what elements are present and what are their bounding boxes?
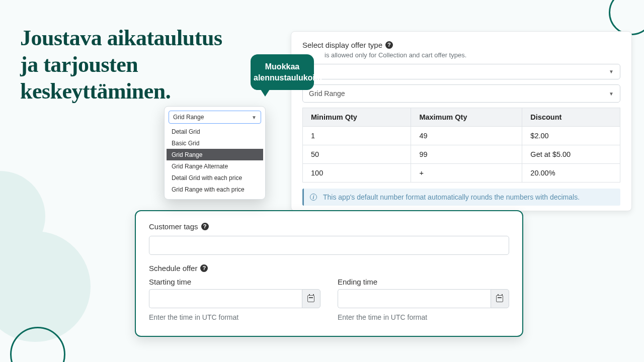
- ending-time-calendar-button[interactable]: [491, 289, 509, 308]
- chevron-down-icon: ▼: [252, 115, 257, 120]
- table-row: 50 99 Get at $5.00: [303, 145, 620, 164]
- schedule-times-row: Starting time Enter the time in UTC form…: [149, 278, 509, 321]
- alert-text: This app's default number format automat…: [323, 193, 580, 201]
- offer-type-select-2[interactable]: Grid Range ▼: [302, 84, 620, 103]
- starting-time-label: Starting time: [149, 278, 320, 286]
- page-headline: Joustava aikataulutus ja tarjousten kesk…: [20, 25, 231, 105]
- cell-min: 1: [303, 127, 411, 145]
- discount-table: Minimum Qty Maximum Qty Discount 1 49 $2…: [302, 108, 620, 183]
- schedule-offer-label-row: Schedule offer ?: [149, 264, 509, 273]
- schedule-card: Customer tags ? Schedule offer ? Startin…: [135, 210, 523, 337]
- grid-type-option[interactable]: Detail Grid: [167, 126, 263, 137]
- calendar-icon: [307, 295, 314, 302]
- grid-type-select[interactable]: Grid Range ▼: [169, 111, 261, 124]
- grid-type-option[interactable]: Grid Range with each price: [167, 184, 263, 195]
- ending-time-label: Ending time: [338, 278, 509, 286]
- ending-time-input[interactable]: [338, 289, 491, 308]
- info-icon: i: [310, 194, 317, 201]
- customer-tags-label: Customer tags: [149, 222, 198, 231]
- cell-min: 100: [303, 164, 411, 183]
- grid-type-option-selected[interactable]: Grid Range: [167, 149, 263, 160]
- grid-type-option[interactable]: Grid Range Alternate: [167, 160, 263, 172]
- starting-time-group: [149, 289, 320, 308]
- cell-max: 49: [411, 127, 522, 145]
- col-discount: Discount: [522, 108, 620, 127]
- table-row: 100 + 20.00%: [303, 164, 620, 183]
- col-max-qty: Maximum Qty: [411, 108, 522, 127]
- cell-max: 99: [411, 145, 522, 164]
- cell-min: 50: [303, 145, 411, 164]
- callout-bubble: Muokkaa alennustaulukoita: [251, 54, 314, 90]
- ending-time-hint: Enter the time in UTC format: [338, 313, 509, 321]
- offer-display-panel: Select display offer type ? is allowed o…: [291, 31, 632, 211]
- chevron-down-icon: ▼: [609, 69, 614, 74]
- offer-type-label: Select display offer type: [302, 41, 382, 49]
- ending-time-group: [338, 289, 509, 308]
- calendar-icon: [496, 295, 503, 302]
- cell-max: +: [411, 164, 522, 183]
- number-format-alert: i This app's default number format autom…: [302, 189, 620, 206]
- grid-type-select-value: Grid Range: [173, 114, 204, 121]
- offer-type-select-1[interactable]: ▼: [302, 64, 620, 79]
- cell-discount: 20.00%: [522, 164, 620, 183]
- help-icon[interactable]: ?: [201, 223, 209, 230]
- help-icon[interactable]: ?: [200, 264, 208, 272]
- decoration-circle-bottom-fill: [0, 231, 91, 342]
- starting-time-input[interactable]: [149, 289, 302, 308]
- offer-type-label-row: Select display offer type ?: [302, 41, 620, 49]
- decoration-circle-top-right: [609, 0, 644, 35]
- grid-type-dropdown-card: Grid Range ▼ Detail Grid Basic Grid Grid…: [164, 106, 266, 200]
- schedule-offer-label: Schedule offer: [149, 264, 197, 273]
- chevron-down-icon: ▼: [609, 91, 614, 97]
- cell-discount: Get at $5.00: [522, 145, 620, 164]
- table-header-row: Minimum Qty Maximum Qty Discount: [303, 108, 620, 127]
- starting-time-col: Starting time Enter the time in UTC form…: [149, 278, 320, 321]
- customer-tags-input[interactable]: [149, 236, 509, 255]
- starting-time-calendar-button[interactable]: [302, 289, 320, 308]
- ending-time-col: Ending time Enter the time in UTC format: [338, 278, 509, 321]
- help-icon[interactable]: ?: [385, 41, 393, 49]
- col-min-qty: Minimum Qty: [303, 108, 411, 127]
- customer-tags-label-row: Customer tags ?: [149, 222, 509, 231]
- offer-type-select-2-value: Grid Range: [309, 89, 345, 98]
- grid-type-option[interactable]: Basic Grid: [167, 137, 263, 149]
- table-row: 1 49 $2.00: [303, 127, 620, 145]
- starting-time-hint: Enter the time in UTC format: [149, 313, 320, 321]
- offer-type-subnote: is allowed only for Collection and cart …: [325, 51, 620, 59]
- cell-discount: $2.00: [522, 127, 620, 145]
- grid-type-option[interactable]: Detail Grid with each price: [167, 172, 263, 184]
